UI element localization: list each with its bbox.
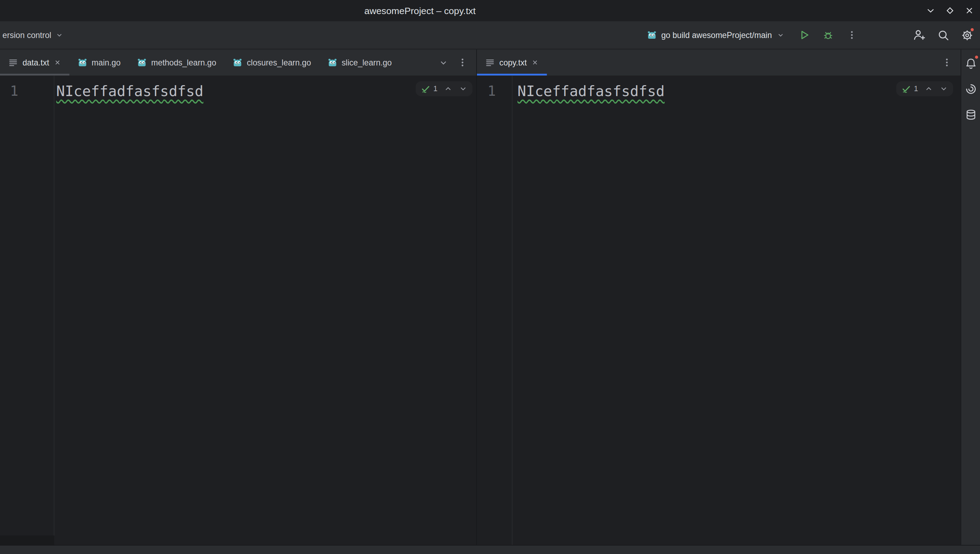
close-icon[interactable] [531, 59, 539, 66]
database-icon [964, 108, 977, 120]
inspection-summary[interactable]: 1 [902, 84, 918, 94]
tab-main-go[interactable]: main.go [69, 49, 129, 76]
toolbar-right-actions: go build awesomeProject/main [642, 21, 980, 49]
close-window-icon [964, 6, 974, 16]
maximize-icon [945, 6, 955, 16]
inspections-ok-icon [902, 84, 912, 94]
next-problem-button[interactable] [459, 84, 468, 93]
tab-label: closures_learn.go [247, 58, 311, 67]
minimize-icon [926, 6, 935, 16]
run-configuration-selector[interactable]: go build awesomeProject/main [642, 27, 790, 43]
tab-copy-txt[interactable]: copy.txt [477, 49, 547, 76]
version-control-label: ersion control [2, 30, 51, 40]
inspection-summary[interactable]: 1 [421, 84, 437, 94]
typo-text: NIceffadfasfsdfsd [56, 83, 204, 99]
close-button[interactable] [964, 5, 975, 16]
inspections-ok-icon [421, 84, 431, 94]
editor-bottom-corner [0, 536, 54, 545]
editor-group-left: data.txt main.go methods_learn.go [0, 49, 477, 545]
typo-text: NIceffadfasfsdfsd [517, 83, 665, 99]
status-bar [0, 545, 980, 554]
main-toolbar: ersion control go build awesomeProject/m… [0, 21, 980, 49]
go-gopher-icon [78, 57, 87, 67]
window-title: awesomeProject – copy.txt [364, 5, 476, 16]
add-user-icon [913, 29, 926, 41]
tab-options-button[interactable] [458, 57, 468, 67]
debug-icon [822, 29, 834, 40]
settings-notification-dot [970, 27, 974, 32]
editor-right-gutter: 1 [477, 76, 512, 545]
settings-button[interactable] [958, 26, 976, 45]
search-icon [937, 29, 949, 41]
minimize-button[interactable] [925, 5, 936, 16]
inspection-count: 1 [914, 84, 918, 93]
tab-slice-learn-go[interactable]: slice_learn.go [319, 49, 400, 76]
search-everywhere-button[interactable] [934, 26, 953, 45]
add-user-button[interactable] [910, 26, 929, 45]
notifications-bell-icon [964, 57, 977, 69]
titlebar: awesomeProject – copy.txt [0, 0, 980, 21]
tabbar-right: copy.txt [477, 49, 961, 76]
tab-label: main.go [92, 58, 120, 67]
inspection-widget-right[interactable]: 1 [897, 81, 953, 96]
close-icon[interactable] [54, 59, 61, 66]
chevron-down-icon [459, 84, 468, 93]
go-gopher-icon [137, 57, 147, 67]
more-vertical-icon [458, 57, 468, 67]
next-problem-button[interactable] [940, 84, 948, 93]
version-control-widget[interactable]: ersion control [0, 27, 66, 43]
inspection-widget-left[interactable]: 1 [416, 81, 473, 96]
toolbar-spacer [866, 35, 905, 35]
editor-group-right: copy.txt 1 NIceffadfasfsdfsd [477, 49, 961, 545]
maximize-button[interactable] [945, 5, 956, 16]
toolbar-more-button[interactable] [842, 26, 861, 45]
tab-closures-learn-go[interactable]: closures_learn.go [224, 49, 319, 76]
chevron-down-icon [776, 30, 785, 40]
more-vertical-icon [847, 30, 857, 40]
editor-left-gutter: 1 [0, 76, 54, 545]
ai-assistant-icon [964, 83, 977, 95]
notifications-dot [974, 55, 978, 59]
text-file-icon [8, 57, 18, 67]
run-configuration-label: go build awesomeProject/main [661, 30, 772, 40]
text-file-icon [485, 57, 495, 67]
inspection-count: 1 [433, 84, 438, 93]
chevron-up-icon [924, 84, 933, 93]
tab-label: slice_learn.go [342, 58, 391, 67]
debug-button[interactable] [819, 26, 837, 45]
database-button[interactable] [962, 106, 979, 123]
code-line: NIceffadfasfsdfsd [56, 82, 204, 100]
tab-data-txt[interactable]: data.txt [0, 49, 69, 76]
chevron-down-icon [940, 84, 948, 93]
code-line: NIceffadfasfsdfsd [517, 82, 665, 100]
editor-right[interactable]: 1 NIceffadfasfsdfsd 1 [477, 76, 961, 545]
editor-left[interactable]: 1 NIceffadfasfsdfsd 1 [0, 76, 476, 545]
tab-options-button[interactable] [942, 57, 952, 67]
run-icon [799, 29, 810, 40]
tabbar-left: data.txt main.go methods_learn.go [0, 49, 476, 76]
go-gopher-icon [328, 57, 337, 67]
window-controls [925, 0, 975, 21]
tabbar-left-controls [439, 49, 476, 76]
tab-label: methods_learn.go [151, 58, 216, 67]
go-gopher-icon [647, 30, 657, 40]
line-number: 1 [488, 82, 496, 100]
right-tool-window-stripe [961, 49, 980, 545]
line-number: 1 [10, 82, 18, 100]
more-vertical-icon [942, 57, 952, 67]
show-hidden-tabs-button[interactable] [439, 58, 448, 67]
notifications-button[interactable] [962, 54, 979, 72]
chevron-down-icon [439, 58, 448, 67]
chevron-up-icon [444, 84, 453, 93]
ide-window: awesomeProject – copy.txt ersion control [0, 0, 980, 554]
main-area: data.txt main.go methods_learn.go [0, 49, 980, 545]
tabbar-right-controls [942, 49, 961, 76]
previous-problem-button[interactable] [924, 84, 933, 93]
go-gopher-icon [232, 57, 242, 67]
tab-methods-learn-go[interactable]: methods_learn.go [129, 49, 224, 76]
ai-assistant-button[interactable] [962, 80, 979, 97]
run-button[interactable] [795, 26, 813, 45]
tab-label: copy.txt [500, 58, 527, 67]
previous-problem-button[interactable] [444, 84, 453, 93]
chevron-down-icon [55, 30, 64, 40]
